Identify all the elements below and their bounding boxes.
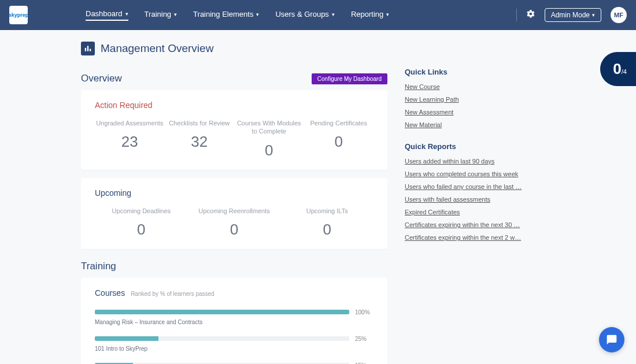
avatar[interactable]: MF [611, 7, 627, 23]
stat-item[interactable]: Upcoming ILTs0 [280, 207, 374, 239]
stat-label: Pending Certificates [304, 119, 374, 127]
course-row[interactable]: 25%101 Intro to SkyPrep [95, 336, 374, 352]
nav-users-groups[interactable]: Users & Groups▾ [275, 9, 334, 21]
nav-reporting[interactable]: Reporting▾ [351, 9, 389, 21]
quick-report-link[interactable]: Certificates expiring within the next 2 … [405, 234, 555, 241]
stat-value: 23 [95, 133, 165, 151]
quick-link[interactable]: New Assessment [405, 109, 555, 116]
quick-links-section: Quick Links New CourseNew Learning PathN… [405, 68, 555, 128]
progress-pct: 100% [355, 309, 374, 315]
quick-reports-section: Quick Reports Users added within last 90… [405, 142, 555, 241]
quick-report-link[interactable]: Users who failed any course in the last … [405, 183, 555, 190]
main-nav: Dashboard▾Training▾Training Elements▾Use… [86, 9, 516, 21]
stat-value: 32 [165, 133, 235, 151]
stat-item[interactable]: Upcoming Deadlines0 [95, 207, 188, 239]
training-heading: Training [81, 261, 387, 272]
action-required-card: Action Required Ungraded Assessments23Ch… [81, 90, 387, 170]
stat-label: Courses With Modules to Complete [234, 119, 304, 136]
course-row[interactable]: 100%Managing Risk – Insurance and Contra… [95, 309, 374, 325]
upcoming-card: Upcoming Upcoming Deadlines0Upcoming Ree… [81, 178, 387, 249]
stat-value: 0 [234, 142, 304, 159]
progress-pct: 25% [355, 336, 374, 342]
svg-rect-0 [85, 48, 86, 51]
stat-value: 0 [188, 221, 281, 239]
stat-value: 0 [95, 221, 188, 239]
header-right: Admin Mode ▾ MF [516, 7, 627, 23]
stat-item[interactable]: Courses With Modules to Complete0 [234, 119, 304, 159]
progress-bar [95, 336, 349, 341]
action-required-title: Action Required [95, 101, 374, 110]
courses-card: Courses Ranked by % of learners passed 1… [81, 278, 387, 364]
quick-link[interactable]: New Course [405, 83, 555, 90]
courses-subtitle: Ranked by % of learners passed [131, 291, 215, 297]
page-title-text: Management Overview [101, 42, 213, 55]
stat-label: Ungraded Assessments [95, 119, 165, 127]
top-nav-bar: skyprep Dashboard▾Training▾Training Elem… [0, 0, 636, 30]
page-title: Management Overview [81, 42, 387, 55]
tours-done: 0 [613, 60, 621, 77]
chevron-down-icon: ▾ [125, 11, 128, 17]
chevron-down-icon: ▾ [332, 12, 335, 17]
gear-icon[interactable] [526, 9, 535, 21]
quick-link[interactable]: New Learning Path [405, 96, 555, 103]
quick-report-link[interactable]: Expired Certificates [405, 209, 555, 216]
svg-rect-1 [87, 46, 88, 51]
chevron-down-icon: ▾ [592, 12, 595, 18]
course-name: Managing Risk – Insurance and Contracts [95, 319, 374, 325]
admin-mode-label: Admin Mode [551, 11, 590, 19]
chat-bubble-button[interactable] [599, 327, 624, 352]
stat-label: Upcoming Reenrollments [188, 207, 281, 215]
stat-value: 0 [304, 133, 374, 151]
nav-training-elements[interactable]: Training Elements▾ [193, 9, 259, 21]
configure-dashboard-button[interactable]: Configure My Dashboard [312, 73, 387, 84]
quick-report-link[interactable]: Users who completed courses this week [405, 170, 555, 177]
course-name: 101 Intro to SkyPrep [95, 346, 374, 352]
chevron-down-icon: ▾ [386, 12, 389, 17]
bar-chart-icon [81, 42, 95, 55]
quick-reports-title: Quick Reports [405, 142, 555, 151]
quick-report-link[interactable]: Users with failed assessments [405, 196, 555, 203]
quick-report-link[interactable]: Users added within last 90 days [405, 158, 555, 165]
chevron-down-icon: ▾ [256, 12, 259, 17]
divider [516, 9, 517, 21]
svg-rect-2 [90, 49, 91, 51]
stat-label: Checklists for Review [165, 119, 235, 127]
quick-links-title: Quick Links [405, 68, 555, 76]
nav-training[interactable]: Training▾ [145, 9, 177, 21]
courses-title: Courses [95, 288, 125, 298]
admin-mode-button[interactable]: Admin Mode ▾ [545, 8, 601, 22]
upcoming-title: Upcoming [95, 188, 374, 198]
stat-label: Upcoming Deadlines [95, 207, 188, 215]
tours-total: /4 [622, 68, 627, 75]
chevron-down-icon: ▾ [174, 12, 177, 17]
tours-widget[interactable]: 0/4 [600, 52, 636, 86]
stat-label: Upcoming ILTs [280, 207, 374, 215]
stat-item[interactable]: Pending Certificates0 [304, 119, 374, 159]
logo[interactable]: skyprep [9, 6, 28, 24]
nav-dashboard[interactable]: Dashboard▾ [86, 9, 128, 21]
quick-report-link[interactable]: Certificates expiring within the next 30… [405, 221, 555, 228]
stat-item[interactable]: Checklists for Review32 [165, 119, 235, 159]
stat-value: 0 [280, 221, 374, 239]
stat-item[interactable]: Upcoming Reenrollments0 [188, 207, 281, 239]
progress-bar [95, 310, 349, 314]
overview-heading: Overview [81, 73, 122, 84]
stat-item[interactable]: Ungraded Assessments23 [95, 119, 165, 159]
quick-link[interactable]: New Material [405, 121, 555, 128]
